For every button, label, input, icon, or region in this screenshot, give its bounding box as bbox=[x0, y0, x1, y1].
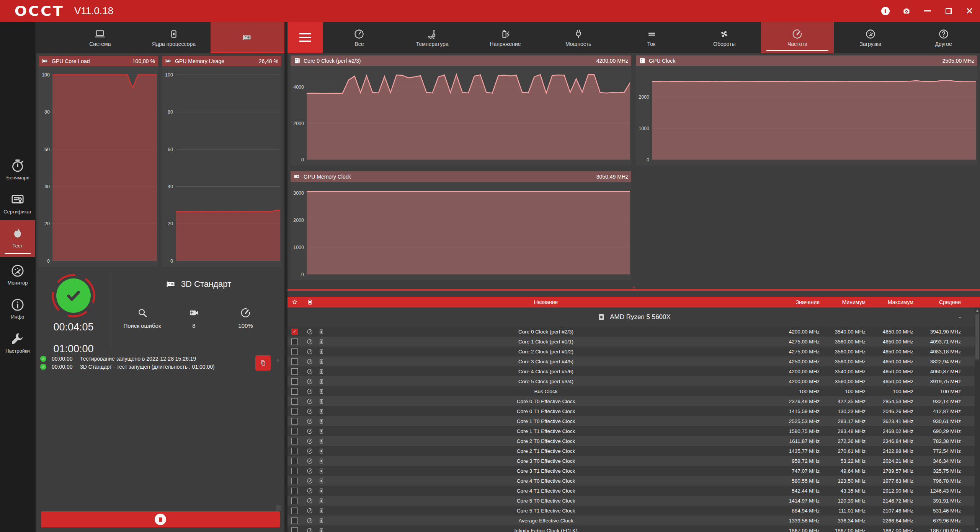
scroll-thumb[interactable] bbox=[975, 314, 979, 360]
monitor-icon[interactable] bbox=[318, 448, 325, 454]
about-button[interactable]: i bbox=[875, 0, 896, 22]
monitor-icon[interactable] bbox=[318, 338, 325, 345]
column-avg[interactable]: Среднее bbox=[913, 299, 961, 305]
column-max[interactable]: Максимум bbox=[866, 299, 913, 305]
monitor-icon[interactable] bbox=[318, 378, 325, 385]
gpu-memory-usage-header[interactable]: GPU Memory Usage 26,48 % bbox=[162, 56, 281, 66]
graph-toggle-icon[interactable] bbox=[307, 418, 313, 425]
row-checkbox[interactable] bbox=[291, 438, 298, 444]
monitor-icon[interactable] bbox=[318, 527, 325, 532]
monitor-icon[interactable] bbox=[318, 508, 325, 514]
monitor-icon[interactable] bbox=[318, 498, 325, 504]
scroll-down-icon[interactable]: ▼ bbox=[975, 527, 980, 532]
monitor-icon[interactable] bbox=[318, 517, 325, 524]
monitor-icon[interactable] bbox=[318, 388, 325, 395]
monitor-icon[interactable] bbox=[318, 468, 325, 474]
graph-toggle-icon[interactable] bbox=[307, 329, 313, 335]
row-checkbox[interactable] bbox=[291, 358, 298, 365]
monitor-icon[interactable] bbox=[318, 488, 325, 494]
graph-toggle-icon[interactable] bbox=[307, 517, 313, 524]
monitor-icon[interactable] bbox=[318, 458, 325, 464]
row-checkbox[interactable] bbox=[291, 378, 298, 385]
gpu-core-load-header[interactable]: GPU Core Load 100,00 % bbox=[39, 56, 158, 66]
table-row[interactable]: Core 2 T0 Effective Clock1611,87 MHz272,… bbox=[287, 436, 980, 446]
screenshot-button[interactable] bbox=[896, 0, 917, 22]
table-row[interactable]: Core 3 T0 Effective Clock958,72 MHz53,22… bbox=[287, 456, 980, 466]
graph-toggle-icon[interactable] bbox=[307, 527, 313, 532]
row-checkbox[interactable] bbox=[291, 478, 298, 484]
table-row[interactable]: Core 4 Clock (perf #5/6)4200,00 MHz3540,… bbox=[287, 366, 980, 376]
minimize-button[interactable] bbox=[917, 0, 938, 22]
column-value[interactable]: Значение bbox=[762, 299, 820, 305]
gpu-memory-clock-header[interactable]: GPU Memory Clock 3050,49 MHz bbox=[291, 171, 631, 182]
row-checkbox[interactable] bbox=[291, 498, 298, 504]
graph-toggle-icon[interactable] bbox=[307, 398, 313, 405]
sidebar-item-монитор[interactable]: Монитор bbox=[0, 257, 35, 291]
graph-toggle-icon[interactable] bbox=[307, 378, 313, 385]
graph-toggle-icon[interactable] bbox=[307, 448, 313, 454]
tab-ток[interactable]: Ток bbox=[615, 22, 688, 53]
monitor-icon[interactable] bbox=[318, 348, 325, 355]
row-checkbox[interactable] bbox=[291, 418, 298, 425]
gpu-clock-header[interactable]: GPU Clock 2505,00 MHz bbox=[636, 55, 977, 66]
tab-загрузка[interactable]: Загрузка bbox=[834, 22, 907, 53]
monitor-icon[interactable] bbox=[318, 408, 325, 415]
graph-toggle-icon[interactable] bbox=[307, 508, 313, 514]
graph-toggle-icon[interactable] bbox=[307, 428, 313, 434]
tab-мощность[interactable]: Мощность bbox=[542, 22, 615, 53]
table-row[interactable]: Core 3 Clock (perf #4/5)4250,00 MHz3560,… bbox=[287, 356, 980, 366]
graph-toggle-icon[interactable] bbox=[307, 478, 313, 484]
sidebar-item-инфо[interactable]: Инфо bbox=[0, 291, 35, 325]
table-row[interactable]: Core 5 Clock (perf #3/4)4200,00 MHz3560,… bbox=[287, 376, 980, 386]
monitor-icon[interactable] bbox=[307, 299, 314, 306]
sidebar-item-бенчмарк[interactable]: Бенчмарк bbox=[0, 152, 35, 186]
graph-toggle-icon[interactable] bbox=[307, 498, 313, 504]
row-checkbox[interactable] bbox=[291, 388, 298, 395]
table-row[interactable]: Core 5 T1 Effective Clock884,94 MHz111,0… bbox=[287, 506, 980, 516]
menu-button[interactable] bbox=[287, 22, 323, 53]
tab-напряжение[interactable]: Напряжение bbox=[469, 22, 542, 53]
left-panel-scroll-grip[interactable] bbox=[276, 505, 281, 511]
panel-splitter[interactable]: ▲▼ bbox=[287, 289, 980, 291]
graph-toggle-icon[interactable] bbox=[307, 358, 313, 365]
table-row[interactable]: Core 0 T1 Effective Clock1415,59 MHz130,… bbox=[287, 406, 980, 416]
table-row[interactable]: Infinity Fabric Clock (FCLK)1867,00 MHz1… bbox=[287, 525, 980, 532]
table-row[interactable]: Core 2 Clock (perf #1/2)4275,00 MHz3560,… bbox=[287, 347, 980, 356]
table-row[interactable]: Core 4 T0 Effective Clock580,55 MHz123,5… bbox=[287, 476, 980, 486]
column-name[interactable]: Название bbox=[330, 299, 762, 305]
monitor-icon[interactable] bbox=[318, 368, 325, 375]
tab-обороты[interactable]: Обороты bbox=[688, 22, 761, 53]
scroll-up-icon[interactable]: ▲ bbox=[975, 307, 980, 313]
graph-toggle-icon[interactable] bbox=[307, 458, 313, 464]
monitor-icon[interactable] bbox=[318, 398, 325, 405]
graph-toggle-icon[interactable] bbox=[307, 408, 313, 415]
table-row[interactable]: Core 1 T1 Effective Clock1580,75 MHz283,… bbox=[287, 426, 980, 436]
graph-toggle-icon[interactable] bbox=[307, 348, 313, 355]
table-row[interactable]: ✓Core 0 Clock (perf #2/3)4200,00 MHz3540… bbox=[287, 327, 980, 337]
log-scroll-up-icon[interactable]: ▲ bbox=[275, 356, 281, 363]
tab-другое[interactable]: Другое bbox=[907, 22, 980, 53]
table-row[interactable]: Core 2 T1 Effective Clock1435,77 MHz270,… bbox=[287, 446, 980, 456]
table-row[interactable]: Bus Clock100 MHz100 MHz100 MHz100 MHz bbox=[287, 386, 980, 396]
monitor-icon[interactable] bbox=[318, 329, 325, 335]
stop-test-button[interactable] bbox=[41, 511, 280, 527]
monitor-icon[interactable] bbox=[318, 358, 325, 365]
column-min[interactable]: Минимум bbox=[820, 299, 866, 305]
tab-gpu[interactable] bbox=[211, 22, 284, 53]
table-row[interactable]: Core 1 Clock (perf #1/1)4275,00 MHz3560,… bbox=[287, 337, 980, 347]
monitor-icon[interactable] bbox=[318, 478, 325, 484]
sidebar-item-тест[interactable]: Тест bbox=[0, 220, 35, 257]
tab-система[interactable]: Система bbox=[63, 22, 137, 53]
row-checkbox[interactable] bbox=[291, 348, 298, 355]
core0-clock-header[interactable]: Core 0 Clock (perf #2/3) 4200,00 MHz bbox=[291, 55, 631, 66]
test-setting-0[interactable]: Поиск ошибок bbox=[116, 307, 168, 329]
restore-button[interactable] bbox=[938, 0, 959, 22]
graph-toggle-icon[interactable] bbox=[307, 388, 313, 395]
sidebar-item-настройки[interactable]: Настройки bbox=[0, 325, 35, 359]
row-checkbox[interactable] bbox=[291, 338, 298, 345]
graph-toggle-icon[interactable] bbox=[307, 488, 313, 494]
tab-температура[interactable]: Температура bbox=[396, 22, 469, 53]
graph-toggle-icon[interactable] bbox=[307, 468, 313, 474]
row-checkbox[interactable] bbox=[291, 448, 298, 454]
test-setting-1[interactable]: 8 bbox=[168, 307, 220, 329]
